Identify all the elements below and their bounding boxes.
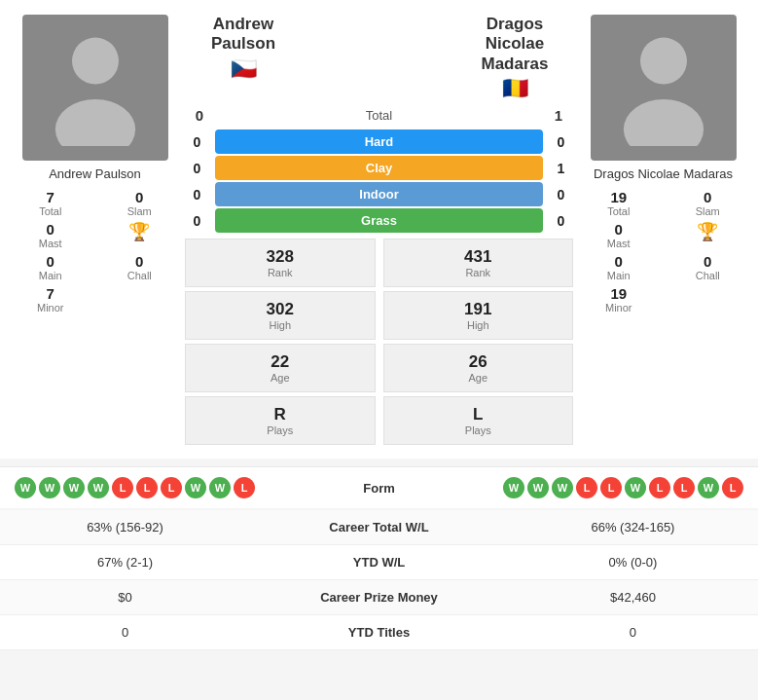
player2-slam-item: 0 Slam (668, 189, 749, 217)
svg-point-1 (54, 99, 134, 146)
form-pill: W (625, 477, 646, 498)
p1-age-value: 22 (190, 352, 371, 372)
surface-rows: 0 Hard 0 0 Clay 1 0 Indoor 0 0 Grass (185, 129, 573, 233)
p2-rank-value: 431 (388, 247, 569, 267)
total-label: Total (214, 108, 544, 123)
player2-chall-item: 0 Chall (668, 253, 749, 281)
p1-plays-label: Plays (190, 424, 371, 436)
player1-flag: 🇨🇿 (185, 56, 302, 82)
player1-name-top: Andrew Paulson (185, 15, 302, 55)
stats-row: 0 YTD Titles 0 (0, 615, 758, 650)
player2-form-pills: WWWLLWLLWL (503, 477, 743, 498)
form-pill: L (576, 477, 597, 498)
player1-total-label: Total (39, 205, 61, 217)
player1-chall-label: Chall (127, 270, 152, 281)
form-section: WWWWLLLWWL Form WWWLLWLLWL (0, 466, 758, 508)
player2-mast-label: Mast (607, 238, 631, 249)
p1-plays-box: R Plays (185, 396, 376, 445)
player1-chall-item: 0 Chall (99, 253, 181, 281)
p1-high-value: 302 (190, 300, 371, 319)
player2-chall-value: 0 (704, 253, 711, 270)
p2-rank-high: 431 Rank 191 High 26 Age L Plays (383, 239, 574, 445)
rank-high-row: 328 Rank 302 High 22 Age R Plays (185, 239, 573, 445)
player2-main-label: Main (607, 270, 631, 281)
total-p1: 0 (185, 107, 214, 124)
form-pill: L (673, 477, 695, 498)
player2-total-label: Total (607, 205, 630, 217)
form-pill: W (527, 477, 549, 498)
player1-total-value: 7 (47, 189, 54, 205)
indoor-p1: 0 (185, 187, 209, 203)
player2-minor-value: 19 (610, 285, 627, 302)
stat-p2: 66% (324-165) (508, 510, 758, 545)
form-pill: L (649, 477, 670, 498)
stat-p2: $42,460 (508, 580, 758, 615)
center-column: Andrew Paulson 🇨🇿 Dragos Nicolae Madaras… (180, 15, 578, 449)
stat-p1: 67% (2-1) (0, 545, 250, 580)
form-pill: W (503, 477, 524, 498)
stat-label: YTD Titles (250, 615, 508, 650)
p2-age-value: 26 (388, 352, 569, 372)
player2-avatar (591, 15, 737, 161)
player1-minor-label: Minor (37, 302, 64, 313)
p2-plays-label: Plays (388, 424, 569, 436)
stats-row: $0 Career Prize Money $42,460 (0, 580, 758, 615)
player1-main-label: Main (39, 270, 62, 281)
player1-stats-grid: 7 Total 0 Slam 0 Mast 🏆 0 Main (10, 189, 180, 313)
top-section: Andrew Paulson 7 Total 0 Slam 0 Mast 🏆 (0, 0, 758, 459)
player1-slam-item: 0 Slam (99, 189, 181, 217)
clay-row: 0 Clay 1 (185, 156, 573, 180)
hard-button[interactable]: Hard (215, 129, 543, 154)
p1-plays-value: R (190, 405, 371, 424)
player1-mast-label: Mast (39, 238, 62, 249)
form-label: Form (363, 481, 395, 496)
player2-name: Dragos Nicolae Madaras (594, 166, 733, 181)
stat-label: YTD W/L (250, 545, 508, 580)
p2-plays-box: L Plays (383, 396, 574, 445)
form-pill: L (161, 477, 182, 498)
form-pill: L (234, 477, 255, 498)
player1-slam-label: Slam (127, 205, 152, 217)
player2-slam-value: 0 (704, 189, 711, 205)
player1-minor-item: 7 Minor (10, 285, 91, 313)
p2-high-box: 191 High (383, 291, 574, 340)
svg-point-0 (72, 38, 119, 85)
player1-form-pills: WWWWLLLWWL (15, 477, 255, 498)
svg-point-2 (640, 38, 687, 85)
p2-age-label: Age (388, 372, 569, 384)
clay-button[interactable]: Clay (215, 156, 543, 180)
p1-rank-value: 328 (190, 247, 371, 267)
p1-rank-box: 328 Rank (185, 239, 376, 287)
player2-mast-item: 0 Mast (578, 221, 660, 249)
stat-label: Career Prize Money (250, 580, 508, 615)
p2-rank-box: 431 Rank (383, 239, 574, 287)
player2-total-item: 19 Total (578, 189, 660, 217)
p1-age-label: Age (190, 372, 371, 384)
player2-slam-label: Slam (696, 205, 720, 217)
player2-main-item: 0 Main (578, 253, 660, 281)
form-pill: W (63, 477, 85, 498)
stat-p2: 0 (508, 615, 758, 650)
trophy-icon-2: 🏆 (697, 221, 718, 242)
player1-minor-value: 7 (47, 285, 54, 302)
form-pill: W (15, 477, 36, 498)
svg-point-3 (623, 99, 703, 146)
p1-high-label: High (190, 319, 371, 331)
p2-plays-value: L (388, 405, 569, 424)
player-names-row: Andrew Paulson 🇨🇿 Dragos Nicolae Madaras… (185, 15, 573, 101)
form-pill: W (209, 477, 231, 498)
p1-rank-label: Rank (190, 267, 371, 278)
form-pill: L (136, 477, 158, 498)
stats-row: 67% (2-1) YTD W/L 0% (0-0) (0, 545, 758, 580)
player2-trophy: 🏆 (668, 221, 749, 249)
main-container: Andrew Paulson 7 Total 0 Slam 0 Mast 🏆 (0, 0, 758, 650)
player2-total-value: 19 (610, 189, 627, 205)
indoor-button[interactable]: Indoor (215, 182, 543, 206)
player2-name-top: Dragos Nicolae Madaras (456, 15, 573, 74)
player2-minor-item: 19 Minor (578, 285, 660, 313)
player2-main-value: 0 (615, 253, 623, 270)
grass-button[interactable]: Grass (215, 208, 543, 233)
player1-main-item: 0 Main (10, 253, 91, 281)
form-pill: W (185, 477, 206, 498)
form-pill: L (112, 477, 133, 498)
